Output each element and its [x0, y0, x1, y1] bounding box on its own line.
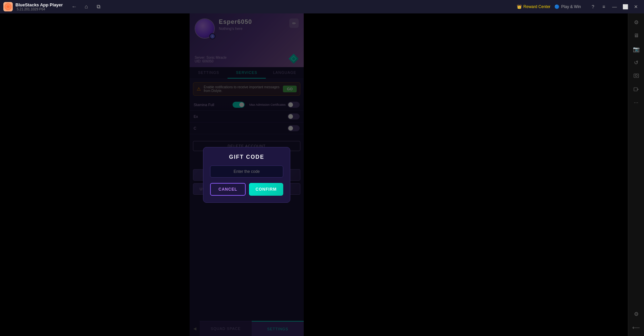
- crown-icon: 👑: [517, 4, 522, 9]
- sidebar-settings-icon[interactable]: ⚙: [630, 16, 642, 28]
- sidebar-record-icon[interactable]: [630, 83, 642, 95]
- cancel-button[interactable]: CANCEL: [210, 183, 246, 196]
- dialog-buttons: CANCEL CONFIRM: [210, 183, 283, 196]
- app-name: BlueStacks App Player: [15, 2, 63, 7]
- sidebar-camera-icon[interactable]: 📷: [630, 43, 642, 55]
- sidebar-bottom-settings-icon[interactable]: ⚙: [630, 308, 642, 320]
- home-button[interactable]: ⌂: [82, 2, 91, 11]
- minimize-button[interactable]: —: [610, 2, 619, 11]
- gift-code-dialog: GIFT CODE CANCEL CONFIRM: [203, 147, 290, 203]
- reward-center-label: Reward Center: [524, 4, 551, 9]
- code-input[interactable]: [210, 165, 283, 178]
- title-bar-right: 👑 Reward Center 🔵 Play & Win ? ≡ — ⬜ ✕: [517, 2, 641, 11]
- sidebar-expand-icon[interactable]: ⟵: [630, 321, 642, 333]
- app-logo: [3, 2, 13, 11]
- help-button[interactable]: ?: [588, 2, 598, 11]
- sidebar-more-icon[interactable]: ···: [630, 97, 642, 109]
- game-viewport: 5 Esper6050 Nothing's here ✏ Server: Son…: [0, 13, 621, 336]
- play-win-label: Play & Win: [561, 4, 581, 9]
- sidebar-screen-icon[interactable]: 🖥: [630, 30, 642, 42]
- phone-frame: 5 Esper6050 Nothing's here ✏ Server: Son…: [190, 13, 304, 336]
- sidebar-screenshot-icon[interactable]: [630, 70, 642, 82]
- svg-rect-5: [634, 88, 637, 91]
- window-actions: ? ≡ — ⬜ ✕: [588, 2, 641, 11]
- play-win-icon: 🔵: [554, 4, 559, 9]
- sidebar-rotate-icon[interactable]: ↺: [630, 56, 642, 68]
- right-sidebar: ⚙ 🖥 📷 ↺ ··· ⚙ ⟵: [628, 13, 644, 336]
- back-button[interactable]: ←: [69, 2, 79, 11]
- title-bar-nav: ← ⌂ ⧉: [69, 2, 103, 11]
- main-area: 5 Esper6050 Nothing's here ✏ Server: Son…: [0, 13, 644, 336]
- menu-button[interactable]: ≡: [599, 2, 608, 11]
- app-version: 5.21.201.1029 P64: [17, 7, 63, 11]
- dialog-title: GIFT CODE: [210, 154, 283, 160]
- svg-point-4: [635, 75, 637, 77]
- maximize-button[interactable]: ⬜: [621, 2, 630, 11]
- play-win-button[interactable]: 🔵 Play & Win: [554, 4, 581, 9]
- confirm-button[interactable]: CONFIRM: [249, 183, 283, 196]
- svg-marker-6: [638, 89, 639, 90]
- close-button[interactable]: ✕: [631, 2, 641, 11]
- reward-center-button[interactable]: 👑 Reward Center: [517, 4, 551, 9]
- title-bar: BlueStacks App Player 5.21.201.1029 P64 …: [0, 0, 644, 13]
- window-button[interactable]: ⧉: [94, 2, 103, 11]
